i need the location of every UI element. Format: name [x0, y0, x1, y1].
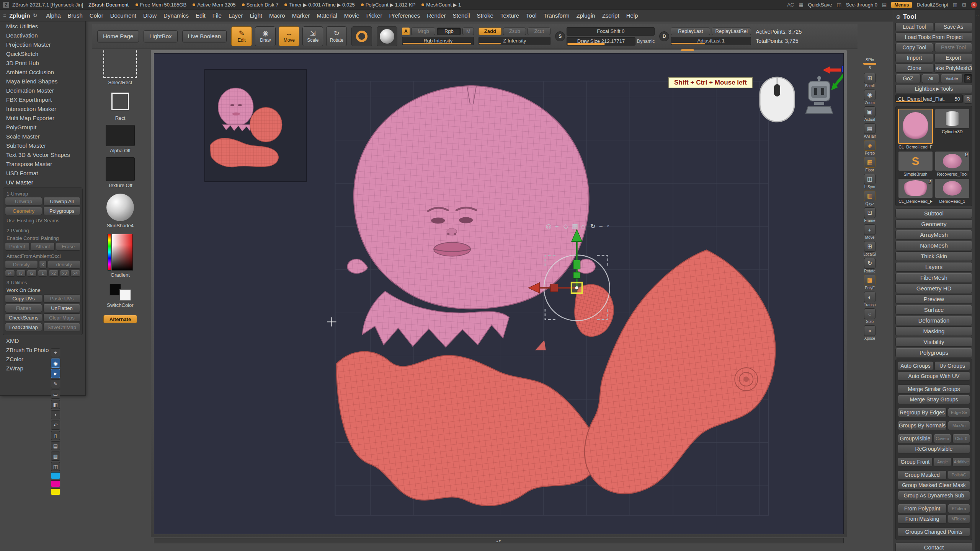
- edge-sens-slider[interactable]: Edge Se: [948, 408, 970, 417]
- tool-section-header[interactable]: Geometry HD: [895, 284, 972, 293]
- load-tools-from-project-button[interactable]: Load Tools From Project: [895, 33, 972, 42]
- zplugin-menu-item[interactable]: Ambient Occlusion: [2, 67, 84, 77]
- regroup-by-edges-button[interactable]: Regroup By Edges: [898, 408, 947, 417]
- menu-item[interactable]: Layer: [225, 11, 247, 20]
- axis-indicator[interactable]: [822, 65, 844, 93]
- mini-tool-button[interactable]: ►: [51, 369, 60, 378]
- right-shelf-button[interactable]: ◈ Persp: [862, 140, 877, 155]
- unwrap-all-button[interactable]: Unwrap All: [43, 197, 80, 205]
- zplugin-menu-item[interactable]: Multi Map Exporter: [2, 113, 84, 122]
- right-shelf-button[interactable]: ◐ Transp: [862, 292, 877, 307]
- group-front-button[interactable]: Group Front: [898, 457, 933, 466]
- menu-item[interactable]: Dynamics: [160, 11, 192, 20]
- zplugin-menu-item[interactable]: Text 3D & Vector Shapes: [2, 150, 84, 159]
- zplugin-menu-item[interactable]: 3D Print Hub: [2, 58, 84, 67]
- canvas-bottom-bar[interactable]: ▴▾: [154, 538, 844, 543]
- auto-groups-with-uv-button[interactable]: Auto Groups With UV: [898, 372, 970, 381]
- work-on-clone-button[interactable]: Work On Clone: [5, 286, 80, 294]
- tool-section-header[interactable]: Masking: [895, 326, 972, 336]
- coverage-slider[interactable]: Covera: [934, 434, 951, 443]
- navigation-preview[interactable]: [205, 69, 307, 182]
- gizmo-y-handle[interactable]: [573, 260, 580, 269]
- mode-button[interactable]: ✎ Edit: [231, 26, 252, 46]
- spix-slider[interactable]: SPix 3: [863, 57, 876, 70]
- zplugin-menu-item[interactable]: QuickSketch: [2, 49, 84, 58]
- primary-color-swatch[interactable]: [119, 289, 131, 301]
- tool-section-header[interactable]: Contact: [895, 543, 972, 551]
- paste-uvs-button[interactable]: Paste UVs: [43, 294, 80, 303]
- group-masked-button[interactable]: Group Masked: [898, 470, 947, 479]
- density-multiplier-button[interactable]: x4: [70, 270, 80, 277]
- goz-button[interactable]: GoZ: [895, 74, 921, 83]
- mini-tool-button[interactable]: ▯: [51, 431, 60, 440]
- z-intensity-slider[interactable]: Z Intensity: [479, 37, 550, 45]
- mini-tool-button[interactable]: ↶: [51, 421, 60, 430]
- quicksave-button[interactable]: QuickSave: [808, 2, 832, 8]
- tool-panel-header[interactable]: ⊙ Tool: [895, 11, 972, 22]
- default-zscript-button[interactable]: DefaultZScript: [916, 2, 948, 8]
- density-multiplier-button[interactable]: /2: [27, 270, 37, 277]
- clear-maps-button[interactable]: Clear Maps: [43, 313, 80, 322]
- focal-shift-slider[interactable]: Focal Shift 0: [567, 27, 655, 36]
- color-chip[interactable]: A: [402, 28, 410, 35]
- menu-item[interactable]: Zscript: [599, 11, 623, 20]
- mini-tool-button[interactable]: ◧: [51, 400, 60, 409]
- grid-icon[interactable]: ▦: [799, 2, 803, 8]
- menu-item[interactable]: Light: [246, 11, 266, 20]
- mini-tool-button[interactable]: ▧: [51, 452, 60, 461]
- menu-item[interactable]: Draw: [140, 11, 160, 20]
- gizmo-x-handle[interactable]: [550, 284, 558, 292]
- tool-name-slider[interactable]: CL_DemoHead_Flat. 50: [895, 95, 963, 103]
- texture-off-thumbnail[interactable]: [106, 157, 135, 181]
- density-multiplier-button[interactable]: /3: [16, 270, 26, 277]
- gizmo-icon-row[interactable]: ◎ + ◇ ▦ ⌂ ↻ − ▫: [546, 223, 609, 230]
- menu-item[interactable]: Zplugin: [573, 11, 598, 20]
- rail-resize-icon[interactable]: ↔: [976, 13, 980, 551]
- alternate-button[interactable]: Alternate: [103, 315, 137, 323]
- mask-tolerance-slider[interactable]: MTolera: [948, 514, 970, 523]
- see-through-slider[interactable]: See-through 0: [846, 2, 877, 8]
- use-existing-seams-toggle[interactable]: Use Existing UV Seams: [5, 216, 80, 225]
- right-shelf-button[interactable]: ◉ Zoom: [862, 90, 877, 105]
- zplugin-menu-item[interactable]: USD Format: [2, 168, 84, 178]
- right-shelf-button[interactable]: ▣ Actual: [862, 106, 877, 122]
- menu-item[interactable]: Transform: [540, 11, 573, 20]
- zplugin-menu-item[interactable]: ZBrush To Photo: [2, 345, 84, 354]
- density-button[interactable]: Density: [5, 260, 38, 269]
- save-ctrl-map-button[interactable]: SaveCtrlMap: [43, 323, 80, 331]
- tool-section-header[interactable]: ArrayMesh: [895, 230, 972, 240]
- current-menu-header[interactable]: ≡ Zplugin ↻: [0, 12, 42, 19]
- group-visible-button[interactable]: GroupVisible: [898, 434, 933, 443]
- make-polymesh3d-button[interactable]: Make PolyMesh3D: [934, 64, 972, 73]
- zplugin-menu-item[interactable]: FBX ExportImport: [2, 95, 84, 104]
- zplugin-menu-item[interactable]: Projection Master: [2, 40, 84, 49]
- zplugin-menu-item[interactable]: Maya Blend Shapes: [2, 77, 84, 86]
- right-shelf-button[interactable]: ⊞ LocalSi: [862, 241, 877, 256]
- mode-button[interactable]: ↔ Move: [279, 26, 299, 46]
- enable-control-painting-toggle[interactable]: Enable Control Painting: [5, 234, 80, 242]
- menu-item[interactable]: Render: [423, 11, 449, 20]
- swatch-magenta[interactable]: [51, 480, 60, 487]
- uv-polygroups-button[interactable]: Polygroups: [43, 207, 80, 215]
- menu-item[interactable]: Alpha: [42, 11, 64, 20]
- tool-section-header[interactable]: FiberMesh: [895, 273, 972, 282]
- menu-item[interactable]: Picker: [363, 11, 386, 20]
- canvas-viewport[interactable]: ◎ + ◇ ▦ ⌂ ↻ − ▫: [154, 53, 844, 534]
- lightbox-tools-button[interactable]: Lightbox►Tools: [895, 84, 972, 93]
- unwrap-button[interactable]: Unwrap: [5, 197, 42, 205]
- right-shelf-button[interactable]: × Xpose: [862, 325, 877, 341]
- dynamic-label[interactable]: Dynamic: [637, 39, 655, 44]
- protect-button[interactable]: Protect: [5, 242, 29, 251]
- right-shelf-button[interactable]: ◌ Solo: [862, 308, 877, 324]
- replay-toggle[interactable]: D: [659, 31, 669, 41]
- export-button[interactable]: Export: [934, 53, 972, 62]
- live-boolean-button[interactable]: Live Boolean: [182, 30, 227, 42]
- zplugin-menu-item[interactable]: ZColor: [2, 354, 84, 364]
- zplugin-menu-item[interactable]: ZWrap: [2, 364, 84, 373]
- merge-stray-groups-button[interactable]: Merge Stray Groups: [898, 395, 970, 404]
- saturation-square[interactable]: [112, 234, 133, 271]
- menus-button[interactable]: Menus: [891, 2, 912, 8]
- menu-item[interactable]: Tool: [523, 11, 540, 20]
- tool-thumb[interactable]: 9 Recovered_Tool: [935, 151, 970, 176]
- zplugin-menu-item[interactable]: Intersection Masker: [2, 104, 84, 113]
